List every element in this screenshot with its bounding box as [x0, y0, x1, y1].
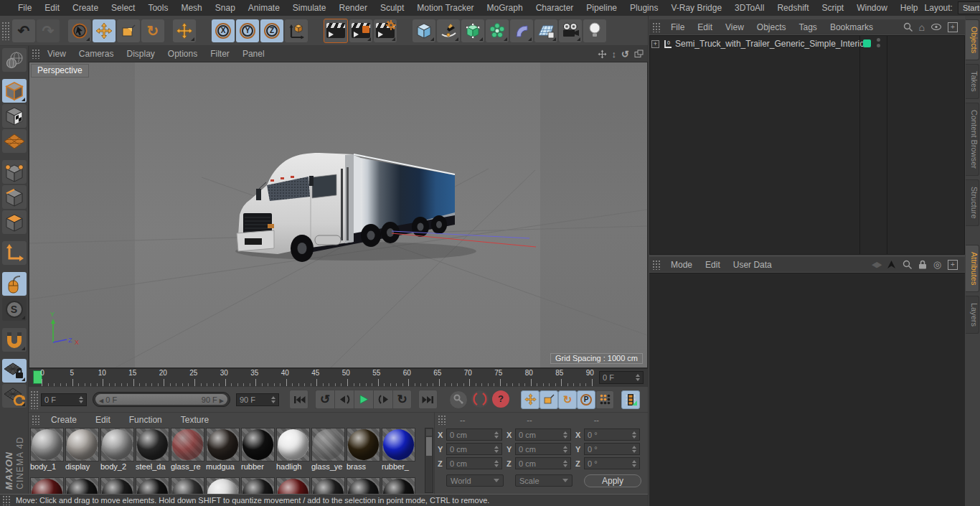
material-item[interactable] — [30, 477, 64, 494]
tab-takes[interactable]: Takes — [966, 64, 979, 99]
material-item[interactable] — [276, 477, 310, 494]
material-thumbnail[interactable] — [382, 428, 415, 462]
material-name[interactable]: hadligh — [276, 462, 310, 471]
subdivision-surface-button[interactable] — [461, 19, 484, 42]
rotation-z-field[interactable]: 0 ° — [584, 457, 640, 469]
material-grip[interactable] — [32, 415, 41, 425]
camera-button[interactable] — [559, 19, 582, 42]
position-x-field[interactable]: 0 cm — [446, 428, 502, 441]
texture-mode-button[interactable] — [2, 104, 27, 128]
material-item[interactable] — [382, 477, 415, 494]
zoom-icon[interactable]: ↕ — [612, 49, 617, 60]
maximize-icon[interactable] — [634, 50, 644, 58]
viewport-menu-item[interactable]: View — [41, 49, 72, 59]
material-item[interactable] — [311, 477, 345, 494]
timeline-editor-button[interactable] — [621, 390, 640, 409]
menu-item[interactable]: Character — [529, 3, 580, 13]
workplane-button[interactable] — [2, 384, 27, 408]
size-z-field[interactable]: 0 cm — [515, 457, 571, 469]
material-thumbnail[interactable] — [241, 428, 275, 462]
light-button[interactable] — [583, 19, 606, 42]
coordinate-mode-dropdown[interactable]: Scale — [515, 474, 573, 487]
truck-model[interactable] — [235, 153, 476, 262]
size-y-field[interactable]: 0 cm — [515, 443, 571, 455]
viewport-canvas[interactable]: Y Z X Perspective Grid Spacing : 1000 cm — [29, 62, 648, 368]
spinner-icon[interactable] — [633, 374, 640, 381]
add-cube-button[interactable] — [413, 19, 435, 42]
menu-item[interactable]: File — [11, 3, 38, 13]
material-name[interactable]: steel_da — [136, 462, 169, 471]
material-name[interactable]: glass_re — [171, 462, 204, 471]
viewport-grip[interactable] — [32, 49, 41, 59]
material-thumbnail[interactable] — [30, 428, 64, 462]
tab-objects[interactable]: Objects — [966, 19, 979, 60]
play-button[interactable] — [354, 390, 373, 409]
viewport-menu-item[interactable]: Options — [161, 49, 204, 59]
object-manager-menu-item[interactable]: Objects — [750, 22, 793, 32]
material-item[interactable] — [100, 477, 134, 494]
edges-mode-button[interactable] — [2, 185, 27, 209]
material-name[interactable]: rubber — [241, 462, 275, 471]
menu-item[interactable]: Edit — [38, 3, 66, 13]
transport-grip[interactable] — [30, 390, 39, 409]
material-item[interactable]: brass — [347, 428, 380, 471]
undo-button[interactable]: ↶ — [12, 19, 35, 42]
object-manager-menu-item[interactable]: File — [664, 22, 691, 32]
menu-item[interactable]: V-Ray Bridge — [664, 3, 728, 13]
material-item[interactable]: body_2 — [100, 428, 134, 471]
material-item[interactable]: rubber — [241, 428, 275, 471]
object-manager-tree[interactable]: + 0 Semi_Truck_with_Trailer_Generic_Simp… — [649, 35, 965, 255]
key-rotation-toggle[interactable]: ↻ — [558, 390, 577, 409]
key-position-toggle[interactable] — [521, 390, 540, 409]
material-menu-item[interactable]: Texture — [181, 415, 209, 425]
current-frame-field[interactable]: 0 F — [599, 371, 644, 384]
spinner-icon[interactable] — [268, 396, 275, 403]
material-thumbnail[interactable] — [171, 428, 204, 462]
enable-snap-button[interactable] — [2, 328, 27, 352]
material-item[interactable] — [171, 477, 204, 494]
key-point-level-toggle[interactable] — [595, 390, 614, 409]
redo-button[interactable]: ↷ — [37, 19, 60, 42]
frame-range-slider[interactable]: ◀ 0 F 90 F ▶ — [93, 392, 230, 407]
scale-tool-button[interactable] — [117, 19, 140, 42]
menu-item[interactable]: Select — [105, 3, 141, 13]
range-right-arrow[interactable]: ▶ — [220, 398, 224, 404]
size-x-field[interactable]: 0 cm — [515, 428, 571, 441]
position-y-field[interactable]: 0 cm — [446, 443, 502, 455]
attribute-manager-body[interactable] — [649, 273, 965, 506]
object-manager-grip[interactable] — [652, 22, 661, 32]
range-left-arrow[interactable]: ◀ — [99, 398, 103, 404]
object-row[interactable]: + 0 Semi_Truck_with_Trailer_Generic_Simp… — [651, 37, 867, 50]
polygons-mode-button[interactable] — [2, 210, 27, 234]
material-name[interactable]: rubber_ — [382, 462, 415, 471]
material-item[interactable]: mudgua — [206, 428, 240, 471]
object-name[interactable]: Semi_Truck_with_Trailer_Generic_Simple_I… — [675, 39, 867, 49]
attribute-menu-item[interactable]: User Data — [727, 260, 778, 270]
material-name[interactable]: glass_ye — [311, 462, 345, 471]
material-item[interactable]: steel_da — [136, 428, 169, 471]
previous-frame-button[interactable] — [334, 390, 354, 409]
menu-item[interactable]: Pipeline — [580, 3, 623, 13]
menu-item[interactable]: Mesh — [174, 3, 208, 13]
next-frame-button[interactable] — [373, 390, 392, 409]
apply-button[interactable]: Apply — [584, 474, 641, 487]
viewport-menu-item[interactable]: Cameras — [72, 49, 121, 59]
material-name[interactable]: display — [65, 462, 99, 471]
material-item[interactable]: glass_re — [171, 428, 204, 471]
timeline-ruler[interactable]: 051015202530354045505560657075808590 0 F — [29, 368, 648, 387]
material-name[interactable]: body_2 — [100, 462, 134, 471]
menu-item[interactable]: Snap — [209, 3, 242, 13]
position-z-field[interactable]: 0 cm — [446, 457, 502, 469]
lock-y-axis-button[interactable]: Y — [236, 19, 259, 42]
visibility-dots[interactable] — [877, 38, 880, 47]
menu-item[interactable]: 3DToAll — [728, 3, 771, 13]
material-menu-item[interactable]: Function — [129, 415, 162, 425]
material-thumbnail[interactable] — [311, 428, 345, 462]
menu-item[interactable]: Help — [894, 3, 925, 13]
tab-layers[interactable]: Layers — [966, 296, 979, 334]
material-item[interactable] — [136, 477, 169, 494]
menu-item[interactable]: Create — [66, 3, 105, 13]
material-name[interactable]: mudgua — [206, 462, 240, 471]
material-thumbnail[interactable] — [100, 428, 134, 462]
target-icon[interactable]: ◎ — [933, 259, 941, 270]
